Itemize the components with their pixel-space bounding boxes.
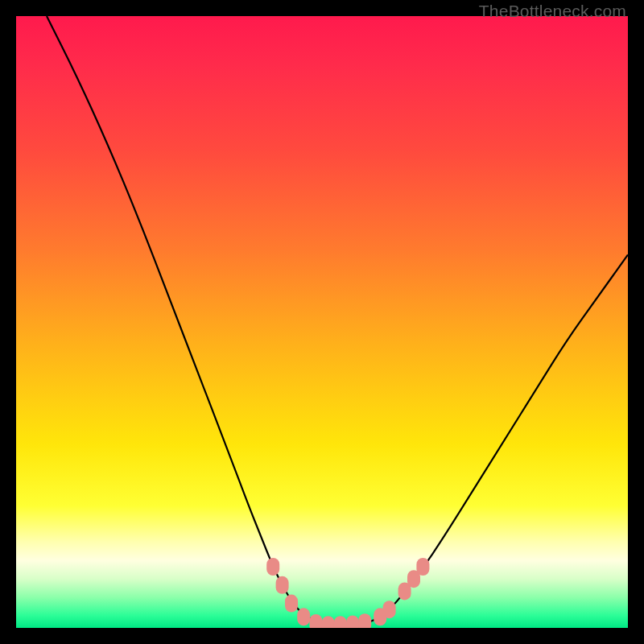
- curve-marker: [297, 608, 310, 625]
- chart-frame: TheBottleneck.com: [0, 0, 644, 644]
- curve-marker: [358, 613, 371, 628]
- curve-marker: [334, 616, 347, 628]
- curve-marker: [346, 615, 359, 628]
- curve-marker: [416, 558, 429, 576]
- curve-svg: [16, 16, 628, 628]
- watermark-text: TheBottleneck.com: [479, 2, 626, 21]
- curve-marker: [383, 601, 396, 618]
- bottleneck-curve: [47, 16, 628, 625]
- plot-area: [16, 16, 628, 628]
- curve-marker: [285, 595, 298, 613]
- curve-marker: [309, 614, 322, 628]
- curve-marker: [276, 576, 289, 594]
- curve-marker: [266, 558, 279, 576]
- curve-marker: [322, 616, 335, 628]
- curve-markers: [266, 558, 429, 628]
